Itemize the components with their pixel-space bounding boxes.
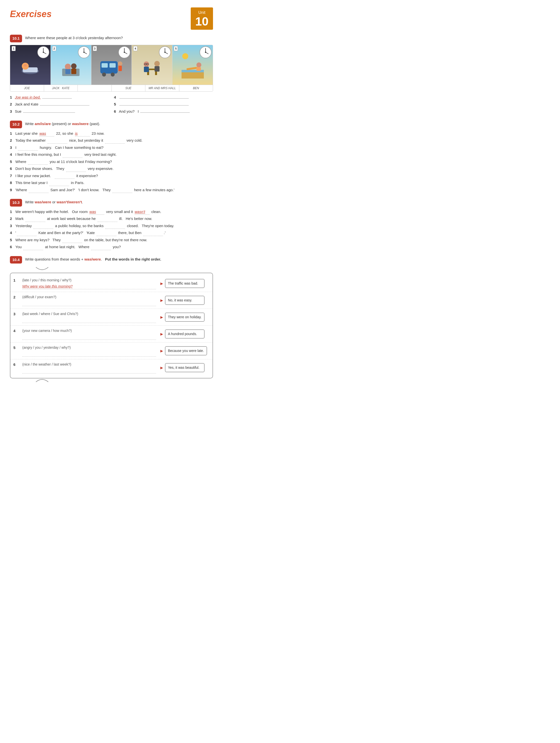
list-item: 9 'Where Sam and Joe?' 'I don't know. Th… [10, 187, 213, 193]
image-num-2: 2 [52, 46, 56, 51]
q104-left-6: (nice / the weather / last week?) [22, 362, 156, 374]
section-10-1-badge: 10.1 [10, 35, 22, 42]
arrow-icon-4: ► [160, 331, 164, 337]
svg-point-45 [182, 53, 188, 59]
q104-answer-5 [22, 351, 156, 357]
q104-num-5: 5 [13, 345, 18, 357]
q104-answer-2 [22, 301, 156, 306]
label-jack-kate: JACK KATE [44, 85, 78, 91]
q104-answer-6 [22, 368, 156, 374]
q104-right-1: ► The traffic was bad. [160, 278, 210, 289]
svg-point-3 [43, 51, 44, 53]
list-item: 3 I hungry. Can I have something to eat? [10, 145, 213, 151]
section-10-2-instruction: Write am/is/are (present) or was/were (p… [25, 121, 100, 127]
section-10-3-instruction: Write was/were or wasn't/weren't. [25, 199, 83, 205]
label-sue: SUE [112, 85, 146, 91]
section-10-1-instruction: Where were these people at 3 o'clock yes… [25, 35, 123, 41]
list-item: 6 Don't buy those shoes. They very expen… [10, 166, 213, 172]
q104-prompt-5: (angry / you / yesterday / why?) [22, 345, 156, 350]
list-item: 5 Where you at 11 o'clock last Friday mo… [10, 159, 213, 165]
unit-number: 10 [195, 15, 208, 28]
arrow-icon-3: ► [160, 314, 164, 320]
q104-right-2: ► No, it was easy. [160, 295, 210, 306]
list-item: 1 We weren't happy with the hotel. Our r… [10, 209, 213, 215]
svg-point-37 [154, 61, 160, 67]
section-10-4-instruction: Write questions from these words + was/w… [25, 256, 161, 262]
ex-item-4: 4 [114, 94, 213, 101]
ex-item-5: 5 [114, 101, 213, 108]
section-10-3-header: 10.3 Write was/were or wasn't/weren't. [10, 199, 213, 207]
response-box-1: The traffic was bad. [165, 279, 205, 288]
unit-badge: Unit 10 [191, 7, 213, 30]
image-cell-3: 3 [91, 45, 132, 85]
svg-point-7 [24, 64, 27, 67]
image-num-5: 5 [174, 46, 178, 51]
image-num-4: 4 [133, 46, 137, 51]
q104-num-3: 3 [13, 311, 18, 323]
ex-item-6: 6 And you? I [114, 108, 213, 115]
label-ben: BEN [179, 85, 213, 91]
page-header: Exercises Unit 10 [10, 7, 213, 30]
list-item: 2 Today the weather nice, but yesterday … [10, 138, 213, 144]
bracket-bottom [10, 377, 213, 383]
image-num-1: 1 [12, 46, 15, 51]
section-10-4-badge: 10.4 [10, 256, 22, 264]
q104-answer-3 [22, 317, 156, 323]
svg-rect-16 [71, 69, 76, 74]
section-10-4: 10.4 Write questions from these words + … [10, 256, 213, 383]
label-mr-mrs-hall: MR AND MRS HALL [145, 85, 179, 91]
q104-left-2: (difficult / your exam?) [22, 295, 156, 306]
svg-point-44 [205, 51, 206, 53]
section-10-1: 10.1 Where were these people at 3 o'cloc… [10, 35, 213, 115]
image-strip: 1 2 [10, 45, 213, 92]
section-10-1-header: 10.1 Where were these people at 3 o'cloc… [10, 35, 213, 42]
response-box-6: Yes, it was beautiful. [165, 363, 205, 372]
image-cell-5: 5 [172, 45, 213, 85]
arrow-icon-6: ► [160, 364, 164, 371]
image-num-3: 3 [93, 46, 97, 51]
q104-num-2: 2 [13, 295, 18, 306]
section-10-4-header: 10.4 Write questions from these words + … [10, 256, 213, 264]
svg-rect-22 [101, 63, 108, 68]
svg-point-15 [71, 63, 77, 69]
ex-item-2: 2 Jack and Kate [10, 101, 109, 108]
q104-prompt-3: (last week / where / Sue and Chris?) [22, 311, 156, 316]
list-item: 4 ' Kate and Ben at the party?' 'Kate th… [10, 230, 213, 236]
ex-row-1: 1 Joe was in bed. 4 [10, 94, 213, 101]
q104-answer-4 [22, 334, 156, 340]
q104-num-1: 1 [13, 278, 18, 289]
list-item: 1 Last year she was 22, so she is 23 now… [10, 131, 213, 137]
q104-prompt-1: (late / you / this morning / why?) [22, 278, 156, 283]
svg-point-25 [111, 73, 115, 77]
svg-rect-14 [66, 69, 70, 74]
ex-item-3: 3 Sue [10, 108, 109, 115]
svg-rect-23 [110, 63, 116, 68]
ex-row-2: 2 Jack and Kate 5 [10, 101, 213, 108]
image-cell-1: 1 [10, 45, 51, 85]
section-10-2-header: 10.2 Write am/is/are (present) or was/we… [10, 121, 213, 128]
svg-rect-36 [144, 67, 149, 72]
list-item: 3 Yesterday a public holiday, so the ban… [10, 223, 213, 229]
list-item: 8 This time last year I in Paris. [10, 180, 213, 186]
ex-item-1: 1 Joe was in bed. [10, 94, 109, 101]
q104-left-1: (late / you / this morning / why?) Why w… [22, 278, 156, 289]
q104-answer-1: Why were you late this morning? [22, 284, 156, 289]
response-box-4: A hundred pounds. [165, 330, 205, 339]
section-10-3: 10.3 Write was/were or wasn't/weren't. 1… [10, 199, 213, 250]
q104-prompt-4: (your new camera / how much?) [22, 328, 156, 333]
response-box-5: Because you were late. [165, 346, 207, 355]
section-10-4-questions: 1 (late / you / this morning / why?) Why… [10, 273, 213, 379]
response-box-3: They were on holiday. [165, 313, 205, 322]
section-10-2-badge: 10.2 [10, 121, 22, 128]
list-item: 4 I feel fine this morning, but I very t… [10, 152, 213, 158]
q104-num-6: 6 [13, 362, 18, 374]
svg-point-20 [124, 51, 125, 53]
q104-prompt-6: (nice / the weather / last week?) [22, 362, 156, 367]
q104-left-3: (last week / where / Sue and Chris?) [22, 311, 156, 323]
svg-point-13 [65, 63, 71, 70]
svg-point-24 [102, 73, 106, 77]
list-item: 5 Where are my keys? They on the table, … [10, 237, 213, 243]
q104-num-4: 4 [13, 328, 18, 340]
ex-row-3: 3 Sue 6 And you? I [10, 108, 213, 115]
image-cell-2: 2 [51, 45, 91, 85]
